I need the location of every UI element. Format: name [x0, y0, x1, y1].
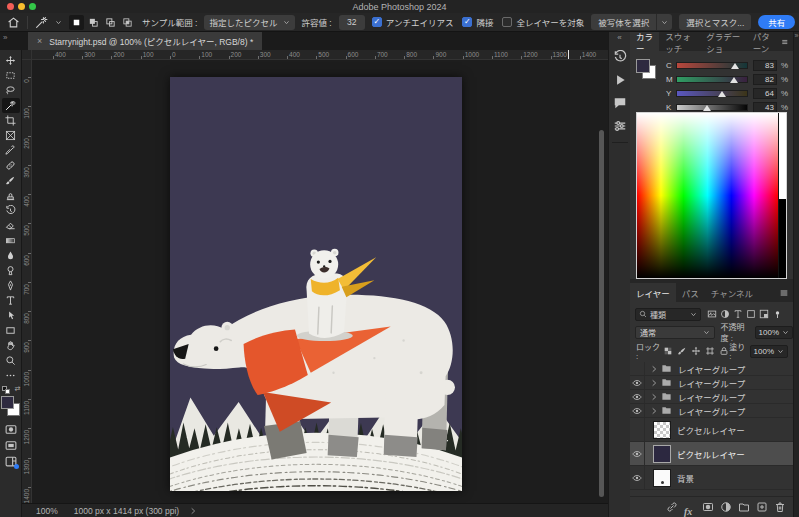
checkbox-icon[interactable]	[502, 17, 512, 27]
properties-panel-icon[interactable]	[613, 119, 627, 133]
close-tab-icon[interactable]: ×	[37, 36, 42, 46]
option-checkbox-0[interactable]: ✓アンチエイリアス	[372, 16, 454, 28]
visibility-eye-icon[interactable]	[630, 404, 645, 417]
layer-row[interactable]: レイヤーグループ	[630, 404, 793, 418]
shape-tool[interactable]	[2, 323, 20, 338]
slider-thumb[interactable]	[703, 105, 711, 111]
blur-tool[interactable]	[2, 248, 20, 263]
layer-row[interactable]: ピクセルレイヤー	[630, 418, 793, 442]
slider-value[interactable]: 43	[753, 102, 777, 113]
lock-lock-icon[interactable]	[719, 346, 729, 356]
color-tab-2[interactable]: グラデーショ	[700, 32, 747, 51]
slider-track[interactable]	[676, 90, 748, 97]
select-and-mask-button[interactable]: 選択とマスク...	[679, 14, 751, 30]
move-tool[interactable]	[2, 53, 20, 68]
eraser-tool[interactable]	[2, 218, 20, 233]
healing-brush-tool[interactable]	[2, 158, 20, 173]
color-spectrum-hue[interactable]	[637, 113, 778, 278]
slider-thumb[interactable]	[730, 77, 738, 83]
link-layers-icon[interactable]	[666, 501, 678, 513]
layer-row[interactable]: ピクセルレイヤー	[630, 442, 793, 466]
gradient-tool[interactable]	[2, 233, 20, 248]
h-ruler[interactable]: 4003002001000100200300400500600700800900…	[32, 50, 608, 60]
expand-group-icon[interactable]	[650, 407, 658, 415]
checkbox-icon[interactable]: ✓	[462, 17, 472, 27]
swap-colors-icon[interactable]: ⇄	[15, 385, 21, 393]
layer-filter-select[interactable]: 種類	[635, 308, 701, 321]
pen-tool[interactable]	[2, 278, 20, 293]
type-tool[interactable]	[2, 293, 20, 308]
canvas-document[interactable]	[170, 77, 462, 491]
select-subject-dropdown[interactable]	[656, 14, 672, 30]
filter-adjust-icon[interactable]	[720, 309, 730, 319]
slider-value[interactable]: 83	[753, 60, 777, 71]
document-tab[interactable]: × Starrynight.psd @ 100% (ピクセルレイヤー, RGB/…	[28, 32, 262, 50]
layers-tab-2[interactable]: チャンネル	[705, 283, 759, 302]
chevron-down-icon[interactable]	[55, 19, 62, 26]
actions-panel-icon[interactable]	[613, 73, 627, 87]
sample-range-select[interactable]: 指定したピクセル	[204, 15, 294, 30]
magic-wand-tool[interactable]	[2, 98, 20, 113]
layer-row[interactable]: レイヤーグループ	[630, 390, 793, 404]
color-spectrum-grayscale-ramp[interactable]	[778, 113, 786, 278]
zoom-tool[interactable]	[2, 353, 20, 368]
panel-menu-icon[interactable]	[781, 37, 789, 47]
visibility-empty-cell[interactable]	[630, 418, 645, 441]
new-selection-mode-button[interactable]	[69, 15, 84, 30]
layer-thumbnail[interactable]	[653, 445, 671, 463]
layer-thumbnail[interactable]	[653, 421, 671, 439]
filter-imgf-icon[interactable]	[707, 309, 717, 319]
select-subject-button[interactable]: 被写体を選択	[591, 14, 656, 30]
option-checkbox-2[interactable]: 全レイヤーを対象	[502, 16, 584, 28]
new-layer-icon[interactable]	[756, 501, 768, 513]
expand-dock-icon[interactable]: «	[617, 34, 621, 42]
slider-thumb[interactable]	[718, 91, 726, 97]
crop-tool[interactable]	[2, 113, 20, 128]
pasteboard[interactable]	[32, 60, 608, 503]
marquee-tool[interactable]	[2, 68, 20, 83]
slider-value[interactable]: 64	[753, 88, 777, 99]
layer-thumbnail[interactable]	[653, 469, 671, 487]
magic-wand-tool-icon[interactable]	[35, 16, 48, 29]
adjustment-layer-icon[interactable]	[720, 501, 732, 513]
export-badge-icon[interactable]	[4, 455, 18, 468]
fill-value[interactable]: 100%	[750, 345, 788, 358]
filter-smartf-icon[interactable]	[759, 309, 769, 319]
eyedropper-tool[interactable]	[2, 143, 20, 158]
lasso-tool[interactable]	[2, 83, 20, 98]
lock-artboard-icon[interactable]	[705, 346, 715, 356]
visibility-empty-cell[interactable]	[630, 362, 645, 375]
share-button[interactable]: 共有	[758, 15, 795, 29]
edit-toolbar-tool[interactable]	[2, 368, 20, 383]
history-brush-tool[interactable]	[2, 203, 20, 218]
intersect-selection-mode-button[interactable]	[120, 15, 135, 30]
v-ruler[interactable]: 0100200300400500600700800900100011001200…	[22, 60, 32, 503]
layer-row[interactable]: レイヤーグループ	[630, 376, 793, 390]
opacity-value[interactable]: 100%	[755, 326, 793, 339]
color-tab-1[interactable]: スウォッチ	[659, 32, 700, 51]
panel-menu-icon[interactable]	[779, 288, 789, 298]
history-panel-icon[interactable]	[613, 50, 627, 64]
delete-layer-icon[interactable]	[774, 501, 786, 513]
canvas-v-scrollbar[interactable]	[599, 130, 604, 497]
right-edge-strip[interactable]: »	[793, 32, 799, 517]
zoom-level[interactable]: 100%	[36, 506, 58, 516]
brush-tool[interactable]	[2, 173, 20, 188]
filter-shapef-icon[interactable]	[746, 309, 756, 319]
new-group-icon[interactable]	[738, 501, 750, 513]
layers-tab-1[interactable]: パス	[676, 283, 705, 302]
home-icon[interactable]	[7, 16, 20, 29]
clone-stamp-tool[interactable]	[2, 188, 20, 203]
blend-mode-select[interactable]: 通常	[635, 326, 715, 339]
quick-mask-icon[interactable]	[4, 423, 18, 436]
add-selection-mode-button[interactable]	[86, 15, 101, 30]
expand-group-icon[interactable]	[650, 393, 658, 401]
visibility-eye-icon[interactable]	[630, 376, 645, 389]
dodge-tool[interactable]	[2, 263, 20, 278]
slider-track[interactable]	[676, 104, 748, 111]
color-spectrum[interactable]	[636, 112, 787, 279]
lock-pxlock-icon[interactable]	[663, 346, 673, 356]
layer-effects-icon[interactable]: fx	[684, 501, 696, 513]
subtract-selection-mode-button[interactable]	[103, 15, 118, 30]
comments-panel-icon[interactable]	[613, 96, 627, 110]
